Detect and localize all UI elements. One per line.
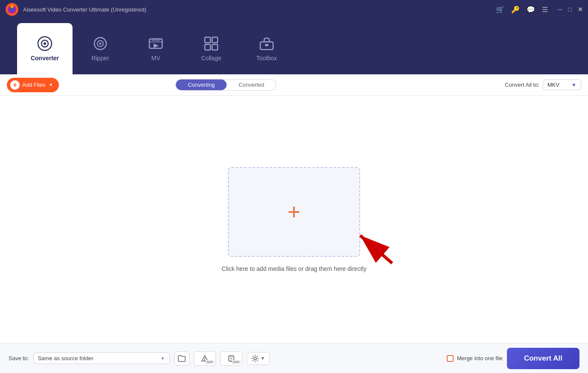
svg-rect-13 — [212, 37, 218, 43]
save-to-caret-icon: ▼ — [160, 356, 165, 361]
settings-icon — [251, 355, 259, 362]
cpu-off-badge: OFF — [232, 360, 241, 364]
folder-icon — [178, 355, 186, 362]
bottombar: Save to: Same as source folder ▼ OFF OFF — [0, 343, 588, 373]
svg-point-22 — [204, 360, 205, 361]
add-files-label: Add Files — [22, 82, 45, 88]
drop-box-wrapper: + — [228, 167, 360, 257]
nav-collage-label: Collage — [201, 55, 221, 62]
nav-collage[interactable]: Collage — [183, 23, 239, 74]
save-to-label: Save to: — [9, 355, 29, 361]
settings-button[interactable]: ▼ — [247, 352, 270, 365]
save-to-value: Same as source folder — [38, 355, 93, 361]
settings-caret-icon: ▼ — [261, 356, 265, 361]
svg-point-6 — [44, 42, 46, 45]
merge-label: Merge into one file — [457, 355, 503, 361]
format-caret-icon: ▼ — [571, 82, 576, 88]
svg-rect-17 — [265, 44, 268, 46]
titlebar-controls: 🛒 🔑 💬 ☰ ─ □ ✕ — [496, 6, 583, 14]
collage-icon — [204, 36, 219, 51]
nav-ripper-label: Ripper — [91, 55, 109, 62]
titlebar: Aiseesoft Video Converter Ultimate (Unre… — [0, 0, 588, 19]
merge-checkbox-area: Merge into one file — [447, 355, 503, 362]
svg-rect-12 — [205, 37, 210, 43]
tab-group: Converting Converted — [175, 79, 277, 91]
mv-icon — [148, 36, 163, 51]
svg-rect-15 — [212, 44, 218, 50]
nav-toolbox-label: Toolbox — [256, 55, 277, 62]
cart-icon[interactable]: 🛒 — [496, 6, 504, 14]
converter-icon — [37, 36, 52, 51]
plus-circle-icon: + — [10, 80, 20, 90]
svg-rect-14 — [205, 44, 210, 50]
convert-all-button[interactable]: Convert All — [507, 348, 579, 369]
nav-converter[interactable]: Converter — [17, 23, 73, 74]
maximize-button[interactable]: □ — [568, 6, 572, 13]
chat-icon[interactable]: 💬 — [527, 6, 535, 14]
cpu-accel-button[interactable]: OFF — [220, 351, 242, 366]
window-controls: ─ □ ✕ — [558, 6, 583, 13]
drop-box[interactable]: + — [228, 167, 360, 257]
nav-ripper[interactable]: Ripper — [73, 23, 128, 74]
minimize-button[interactable]: ─ — [558, 6, 562, 13]
app-title: Aiseesoft Video Converter Ultimate (Unre… — [23, 6, 496, 13]
key-icon[interactable]: 🔑 — [511, 6, 520, 14]
format-value: MKV — [547, 82, 559, 88]
save-to-input[interactable]: Same as source folder ▼ — [33, 352, 170, 364]
nav-mv-label: MV — [151, 55, 160, 62]
toolbar: + Add Files ▼ Converting Converted Conve… — [0, 74, 588, 96]
add-files-caret-icon: ▼ — [49, 82, 53, 87]
navbar: Converter Ripper MV Collage — [0, 19, 588, 74]
svg-marker-11 — [154, 44, 159, 48]
nav-converter-label: Converter — [31, 55, 59, 62]
merge-checkbox[interactable] — [447, 355, 454, 362]
svg-point-31 — [254, 357, 256, 360]
app-logo — [5, 3, 19, 16]
close-button[interactable]: ✕ — [578, 6, 583, 13]
ripper-icon — [93, 36, 108, 51]
tab-converted[interactable]: Converted — [227, 79, 276, 90]
nav-toolbox[interactable]: Toolbox — [239, 23, 294, 74]
nav-mv[interactable]: MV — [128, 23, 183, 74]
drop-plus-icon: + — [288, 201, 300, 223]
folder-button[interactable] — [174, 351, 189, 366]
convert-all-to-label: Convert All to: — [505, 82, 539, 88]
convert-all-to-area: Convert All to: MKV ▼ — [505, 79, 581, 90]
drop-hint-text: Click here to add media files or drag th… — [221, 265, 366, 272]
hardware-accel-button[interactable]: OFF — [194, 351, 216, 366]
format-select[interactable]: MKV ▼ — [543, 79, 581, 90]
main-area: + Add Files ▼ Converting Converted Conve… — [0, 74, 588, 343]
svg-point-9 — [99, 43, 102, 45]
tab-converting[interactable]: Converting — [176, 79, 227, 90]
svg-line-19 — [360, 235, 392, 263]
drop-area-container: + Click here to add media files or drag … — [0, 96, 588, 343]
svg-point-3 — [10, 5, 14, 8]
svg-rect-24 — [230, 357, 233, 360]
toolbox-icon — [259, 36, 274, 51]
accel-off-badge: OFF — [206, 360, 214, 364]
menu-icon[interactable]: ☰ — [542, 6, 548, 14]
add-files-button[interactable]: + Add Files ▼ — [7, 78, 59, 92]
